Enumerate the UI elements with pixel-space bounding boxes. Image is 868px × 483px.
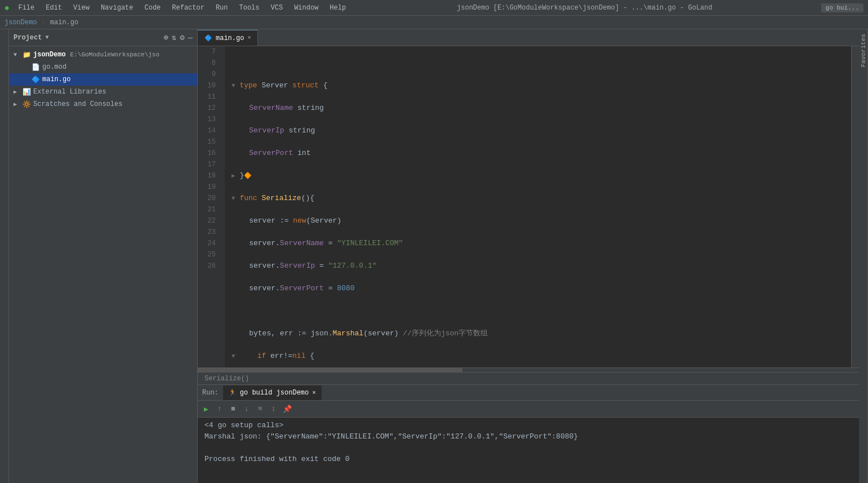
run-tab-icon: 🏃	[229, 389, 237, 396]
tab-close-button[interactable]: ×	[247, 35, 251, 41]
pin-button[interactable]: 📌	[281, 403, 293, 415]
line-num-16: 16	[198, 148, 220, 159]
line-num-7: 7	[198, 46, 220, 57]
horizontal-scrollbar[interactable]	[198, 367, 859, 372]
line-num-18: 18	[198, 170, 220, 181]
line-num-23: 23	[198, 227, 220, 238]
tab-file-icon: 🔷	[204, 34, 212, 42]
code-line-8: ▼ type Server struct {	[232, 80, 844, 91]
menu-bar: ◆ File Edit View Navigate Code Refactor …	[5, 3, 348, 12]
editor-tab-maingo[interactable]: 🔷 main.go ×	[198, 30, 258, 46]
run-tab-close[interactable]: ×	[312, 389, 316, 396]
project-panel-header: Project ▼ ⊕ ⇅ ⚙ —	[9, 29, 197, 46]
menu-code[interactable]: Code	[142, 4, 163, 12]
tab-label: main.go	[216, 34, 244, 42]
breadcrumb-file[interactable]: main.go	[50, 19, 78, 26]
line-num-9: 9	[198, 69, 220, 80]
breadcrumb-app[interactable]: jsonDemo	[5, 19, 37, 26]
gomod-icon: 📄	[32, 63, 40, 72]
maingo-label: main.go	[42, 76, 70, 83]
menu-file[interactable]: File	[16, 4, 37, 12]
line-num-24: 24	[198, 238, 220, 249]
line-num-15: 15	[198, 136, 220, 148]
root-label: jsonDemo	[33, 51, 66, 59]
gomod-label: go.mod	[42, 63, 66, 71]
line-num-25: 25	[198, 249, 220, 260]
main-layout: Project ▼ ⊕ ⇅ ⚙ — ▼ 📁 jsonDemo E:\GoModu…	[0, 29, 868, 483]
sidebar-strip	[0, 29, 9, 483]
menu-view[interactable]: View	[71, 4, 92, 12]
console-empty-line	[204, 442, 852, 454]
ext-icon: 📊	[23, 88, 31, 96]
line-num-17: 17	[198, 159, 220, 170]
scratches-label: Scratches and Consoles	[33, 100, 122, 108]
scratches-arrow: ▶	[14, 101, 20, 108]
line-num-13: 13	[198, 114, 220, 125]
line-numbers: 7 8 9 10 11 12 13 14 15 16 17 18 19 20 2…	[198, 46, 225, 367]
menu-edit[interactable]: Edit	[43, 4, 64, 12]
ext-label: External Libraries	[33, 88, 106, 96]
menu-window[interactable]: Window	[292, 4, 321, 12]
project-tree: ▼ 📁 jsonDemo E:\GoModuleWorkspace\jso 📄 …	[9, 46, 197, 483]
window-title: jsonDemo [E:\GoModuleWorkspace\jsonDemo]…	[348, 4, 821, 12]
editor-status-bar: Serialize()	[198, 372, 859, 384]
run-label: Run:	[202, 389, 219, 397]
scroll-lock-button[interactable]: ↕	[268, 403, 280, 415]
code-line-12: ▶ }🔶	[232, 170, 844, 181]
scroll-down-button[interactable]: ↓	[241, 403, 253, 415]
code-content[interactable]: ▼ type Server struct { ServerName string…	[225, 46, 851, 367]
favorites-strip: Favorites	[859, 29, 868, 483]
code-line-14: server := new(Server)	[232, 215, 844, 227]
wrap-button[interactable]: ≡	[254, 403, 266, 415]
menu-navigate[interactable]: Navigate	[99, 4, 136, 12]
menu-refactor[interactable]: Refactor	[170, 4, 207, 12]
marshal-output: Marshal json: {"ServerName":"YINLEILEI.C…	[204, 431, 578, 442]
panel-icons: ⊕ ⇅ ⚙ —	[163, 33, 193, 42]
scroll-up-button[interactable]: ↑	[213, 403, 226, 415]
folder-icon: 📁	[23, 51, 31, 59]
menu-tools[interactable]: Tools	[237, 4, 262, 12]
tree-root[interactable]: ▼ 📁 jsonDemo E:\GoModuleWorkspace\jso	[9, 48, 197, 61]
code-editor[interactable]: 7 8 9 10 11 12 13 14 15 16 17 18 19 20 2…	[198, 46, 859, 367]
collapse-icon[interactable]: ⇅	[172, 33, 176, 42]
menu-help[interactable]: Help	[327, 4, 348, 12]
breadcrumb-sep: ›	[42, 19, 46, 26]
editor-tabs: 🔷 main.go ×	[198, 29, 859, 46]
tree-item-scratches[interactable]: ▶ 🔆 Scratches and Consoles	[9, 98, 197, 110]
tree-item-gomod[interactable]: 📄 go.mod	[9, 61, 197, 73]
code-line-13: ▼ func Serialize(){	[232, 193, 844, 204]
breadcrumb-serialize: Serialize()	[204, 375, 249, 383]
code-line-11: ServerPort int	[232, 148, 844, 159]
menu-run[interactable]: Run	[213, 4, 230, 12]
run-tab-build[interactable]: 🏃 go build jsonDemo ×	[223, 385, 322, 400]
setup-text: <4 go setup calls>	[204, 420, 283, 431]
title-bar-right: go bui...	[821, 3, 863, 12]
code-line-15: server.ServerName = "YINLEILEI.COM"	[232, 238, 844, 249]
go-build-button[interactable]: go bui...	[821, 3, 863, 12]
console-marshal-line: Marshal json: {"ServerName":"YINLEILEI.C…	[204, 431, 852, 442]
ext-arrow: ▶	[14, 88, 20, 95]
stop-button[interactable]: ■	[227, 403, 239, 415]
tree-item-external[interactable]: ▶ 📊 External Libraries	[9, 86, 197, 98]
line-num-19: 19	[198, 181, 220, 193]
line-num-11: 11	[198, 91, 220, 103]
code-line-17: server.ServerPort = 8080	[232, 283, 844, 294]
code-line-18	[232, 305, 844, 317]
settings-icon[interactable]: ⚙	[180, 33, 184, 42]
play-button[interactable]: ▶	[200, 403, 212, 415]
line-num-8: 8	[198, 57, 220, 69]
scratches-icon: 🔆	[23, 100, 31, 109]
line-num-12: 12	[198, 103, 220, 114]
app-icon: ◆	[5, 3, 9, 12]
menu-vcs[interactable]: VCS	[269, 4, 286, 12]
close-panel-icon[interactable]: —	[188, 33, 193, 42]
run-tab-label: go build jsonDemo	[240, 389, 309, 397]
favorites-label[interactable]: Favorites	[858, 32, 869, 69]
tree-item-maingo[interactable]: 🔷 main.go	[9, 73, 197, 86]
line-num-20: 20	[198, 193, 220, 204]
scrollbar-thumb[interactable]	[198, 368, 462, 372]
locate-icon[interactable]: ⊕	[163, 33, 168, 42]
right-gutter	[851, 46, 859, 367]
editor-area: 🔷 main.go × 7 8 9 10 11 12 13 14 15 16 1…	[198, 29, 859, 483]
dropdown-icon[interactable]: ▼	[45, 34, 48, 41]
